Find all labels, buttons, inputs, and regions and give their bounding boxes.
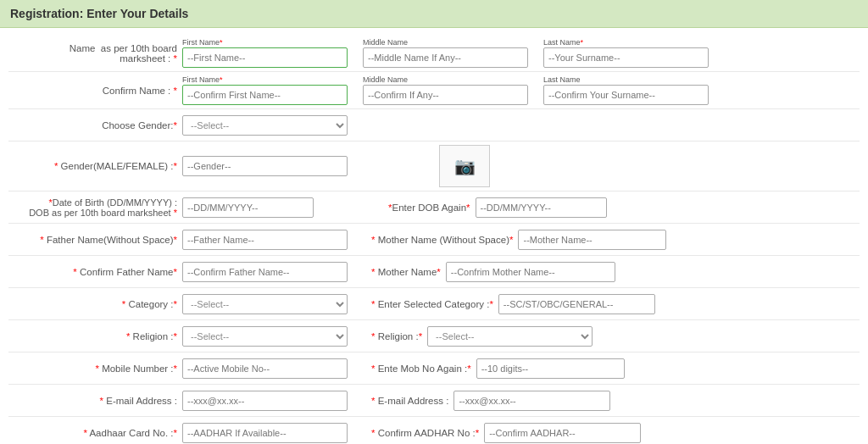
religion2-select[interactable]: --Select-- Hindu Muslim Christian Sikh O… [427, 326, 593, 347]
confirm-father-label: * Confirm Father Name* [8, 267, 182, 277]
gender-text-label: * Gender(MALE/FEMALE) :* [8, 161, 182, 171]
category-label: * Category :* [8, 299, 182, 309]
confirm-aadhar-area: * Confirm AADHAR No :* [371, 423, 641, 443]
mother-name2-area: * Mother Name* [371, 262, 615, 282]
religion-select[interactable]: --Select-- Hindu Muslim Christian Sikh O… [182, 326, 348, 347]
religion2-area: * Religion :* --Select-- Hindu Muslim Ch… [371, 326, 593, 347]
gender-text-row: * Gender(MALE/FEMALE) :* 📷 [8, 142, 860, 191]
mobile-field [182, 358, 348, 379]
last-name-field: Last Name* [543, 38, 709, 68]
page-title: Registration: Enter Your Details [10, 7, 188, 20]
father-name-field [182, 230, 348, 250]
dob-again-label: *Enter DOB Again* [388, 203, 476, 213]
confirm-last-name-field: Last Name [543, 75, 709, 105]
religion2-label: * Religion :* [371, 331, 427, 341]
dob-input[interactable] [182, 197, 314, 218]
dob-again-area: *Enter DOB Again* [388, 197, 607, 218]
dob-again-input[interactable] [476, 197, 607, 218]
photo-area: 📷 [439, 145, 490, 187]
confirm-father-input[interactable] [182, 262, 348, 282]
confirm-middle-name-input[interactable] [363, 85, 528, 105]
confirm-father-mother-row: * Confirm Father Name* * Mother Name* [8, 256, 860, 288]
religion-row: * Religion :* --Select-- Hindu Muslim Ch… [8, 320, 860, 352]
name-label: Name as per 10th boardmarksheet : * [8, 43, 182, 64]
form-container: Name as per 10th boardmarksheet : * Firs… [0, 28, 868, 444]
aadhar-label: * Aadhaar Card No. :* [8, 428, 182, 438]
email-input[interactable] [182, 391, 348, 411]
email2-area: * E-mail Address : [371, 391, 610, 411]
mobile-row: * Mobile Number :* * Ente Mob No Again :… [8, 352, 860, 385]
dob-row: *Date of Birth (DD/MM/YYYY) :DOB as per … [8, 191, 860, 224]
mother-name2-label: * Mother Name* [371, 267, 446, 277]
gender-select[interactable]: --Select-- Male Female Other [182, 115, 348, 136]
religion-label: * Religion :* [8, 331, 182, 341]
first-name-input[interactable] [182, 47, 348, 68]
father-name-label: * Father Name(Without Space)* [8, 235, 182, 245]
confirm-name-row: Confirm Name : * First Name* Middle Name… [8, 72, 860, 109]
enter-category-input[interactable] [498, 294, 655, 314]
category-row: * Category :* --Select-- SC ST OBC GENER… [8, 288, 860, 320]
last-name-input[interactable] [543, 47, 709, 68]
dob-field [182, 197, 314, 218]
mobile-again-input[interactable] [476, 358, 625, 379]
father-name-input[interactable] [182, 230, 348, 250]
mother-name2-input[interactable] [446, 262, 615, 282]
mother-name-label: * Mother Name (Without Space)* [371, 235, 518, 245]
confirm-father-field [182, 262, 348, 282]
mobile-again-label: * Ente Mob No Again :* [371, 364, 476, 374]
name-row: Name as per 10th boardmarksheet : * Firs… [8, 35, 860, 72]
mobile-label: * Mobile Number :* [8, 364, 182, 374]
mobile-input[interactable] [182, 358, 348, 379]
confirm-name-label: Confirm Name : * [8, 86, 182, 96]
mother-name-input[interactable] [518, 230, 666, 250]
father-mother-row: * Father Name(Without Space)* * Mother N… [8, 224, 860, 256]
confirm-first-name-field: First Name* [182, 75, 348, 105]
enter-category-area: * Enter Selected Category :* [371, 294, 655, 314]
page-header: Registration: Enter Your Details [0, 0, 868, 28]
confirm-aadhar-input[interactable] [484, 423, 641, 443]
gender-text-input[interactable] [182, 156, 348, 176]
confirm-first-name-input[interactable] [182, 85, 348, 105]
email-label: * E-mail Address : [8, 396, 182, 406]
email-row: * E-mail Address : * E-mail Address : [8, 385, 860, 417]
email2-label: * E-mail Address : [371, 396, 453, 406]
choose-gender-label: Choose Gender:* [8, 120, 182, 130]
photo-icon: 📷 [454, 156, 476, 176]
photo-box: 📷 [439, 145, 490, 187]
middle-name-field: Middle Name [363, 38, 528, 68]
confirm-last-name-input[interactable] [543, 85, 709, 105]
religion-field: --Select-- Hindu Muslim Christian Sikh O… [182, 326, 348, 347]
page-wrapper: Registration: Enter Your Details Name as… [0, 0, 868, 444]
mobile-again-area: * Ente Mob No Again :* [371, 358, 625, 379]
choose-gender-row: Choose Gender:* --Select-- Male Female O… [8, 109, 860, 142]
confirm-aadhar-label: * Confirm AADHAR No :* [371, 428, 484, 438]
enter-category-label: * Enter Selected Category :* [371, 299, 498, 309]
gender-text-field [182, 156, 348, 176]
email-field [182, 391, 348, 411]
mother-name-area: * Mother Name (Without Space)* [371, 230, 666, 250]
dob-label: *Date of Birth (DD/MM/YYYY) :DOB as per … [8, 197, 182, 218]
confirm-middle-name-field: Middle Name [363, 75, 528, 105]
middle-name-input[interactable] [363, 47, 528, 68]
aadhar-input[interactable] [182, 423, 348, 443]
category-field: --Select-- SC ST OBC GENERAL [182, 294, 348, 314]
aadhar-field [182, 423, 348, 443]
aadhar-row: * Aadhaar Card No. :* * Confirm AADHAR N… [8, 417, 860, 444]
first-name-field: First Name* [182, 38, 348, 68]
gender-select-field: --Select-- Male Female Other [182, 115, 348, 136]
category-select[interactable]: --Select-- SC ST OBC GENERAL [182, 294, 348, 314]
email2-input[interactable] [453, 391, 610, 411]
